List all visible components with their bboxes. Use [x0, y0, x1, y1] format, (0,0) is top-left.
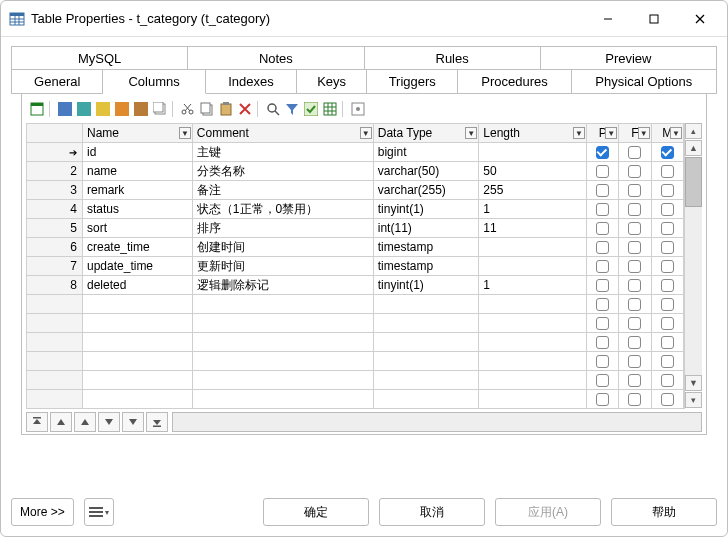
scroll-home-icon[interactable]: ▴: [685, 123, 702, 139]
checkbox[interactable]: [596, 374, 609, 387]
checkbox[interactable]: [661, 355, 674, 368]
checkbox-m[interactable]: [661, 279, 674, 292]
scroll-track[interactable]: [685, 157, 702, 375]
cell-len[interactable]: 1: [479, 276, 587, 295]
filter-icon[interactable]: [283, 100, 301, 118]
checkbox-f[interactable]: [628, 279, 641, 292]
move-up-button[interactable]: [50, 412, 72, 432]
cell-len[interactable]: [479, 257, 587, 276]
table-row[interactable]: 4status状态（1正常，0禁用）tinyint(1)1: [27, 200, 684, 219]
more-button[interactable]: More >>: [11, 498, 74, 526]
cell-dtype[interactable]: tinyint(1): [373, 276, 479, 295]
tab-indexes[interactable]: Indexes: [206, 69, 297, 94]
tab-rules[interactable]: Rules: [365, 46, 541, 70]
checkbox-f[interactable]: [628, 260, 641, 273]
move-up-alt-button[interactable]: [74, 412, 96, 432]
cell-len[interactable]: 1: [479, 200, 587, 219]
cancel-button[interactable]: 取消: [379, 498, 485, 526]
cell-name[interactable]: remark: [83, 181, 193, 200]
checkbox[interactable]: [628, 317, 641, 330]
col-header-Data Type[interactable]: Data Type▼: [373, 124, 479, 143]
cell-comment[interactable]: 更新时间: [192, 257, 373, 276]
tab-preview[interactable]: Preview: [541, 46, 717, 70]
cell-comment[interactable]: 状态（1正常，0禁用）: [192, 200, 373, 219]
checkbox[interactable]: [628, 393, 641, 406]
checkbox[interactable]: [596, 355, 609, 368]
checkbox[interactable]: [596, 317, 609, 330]
table-row[interactable]: 2name分类名称varchar(50)50: [27, 162, 684, 181]
grid-teal-icon[interactable]: [75, 100, 93, 118]
move-down-alt-button[interactable]: [122, 412, 144, 432]
cell-dtype[interactable]: varchar(255): [373, 181, 479, 200]
table-row[interactable]: 5sort排序int(11)11: [27, 219, 684, 238]
table-row-empty[interactable]: [27, 371, 684, 390]
table-row[interactable]: ➔id主键bigint: [27, 143, 684, 162]
checkbox-f[interactable]: [628, 146, 641, 159]
cell-comment[interactable]: 主键: [192, 143, 373, 162]
table-row-empty[interactable]: [27, 333, 684, 352]
cell-comment[interactable]: 分类名称: [192, 162, 373, 181]
check-green-icon[interactable]: [302, 100, 320, 118]
checkbox-p[interactable]: [596, 260, 609, 273]
col-header-P[interactable]: P▼: [587, 124, 619, 143]
close-button[interactable]: [677, 4, 723, 34]
col-header-Length[interactable]: Length▼: [479, 124, 587, 143]
grid-blue-icon[interactable]: [56, 100, 74, 118]
scroll-up-icon[interactable]: ▲: [685, 140, 702, 156]
cell-len[interactable]: 255: [479, 181, 587, 200]
col-header-M[interactable]: M▼: [651, 124, 683, 143]
cell-name[interactable]: name: [83, 162, 193, 181]
checkbox[interactable]: [628, 374, 641, 387]
help-button[interactable]: 帮助: [611, 498, 717, 526]
checkbox[interactable]: [661, 298, 674, 311]
grid-orange-icon[interactable]: [113, 100, 131, 118]
col-header-Comment[interactable]: Comment▼: [192, 124, 373, 143]
tab-mysql[interactable]: MySQL: [11, 46, 188, 70]
cell-len[interactable]: 50: [479, 162, 587, 181]
cell-name[interactable]: create_time: [83, 238, 193, 257]
cell-dtype[interactable]: timestamp: [373, 257, 479, 276]
cell-name[interactable]: deleted: [83, 276, 193, 295]
apply-button[interactable]: 应用(A): [495, 498, 601, 526]
cell-len[interactable]: [479, 143, 587, 162]
cell-name[interactable]: id: [83, 143, 193, 162]
customize-icon[interactable]: [349, 100, 367, 118]
checkbox-f[interactable]: [628, 203, 641, 216]
new-column-icon[interactable]: [28, 100, 46, 118]
checkbox[interactable]: [661, 393, 674, 406]
checkbox[interactable]: [661, 336, 674, 349]
checkbox-p[interactable]: [596, 279, 609, 292]
checkbox-p[interactable]: [596, 165, 609, 178]
maximize-button[interactable]: [631, 4, 677, 34]
table-row[interactable]: 3remark备注varchar(255)255: [27, 181, 684, 200]
table-row-empty[interactable]: [27, 295, 684, 314]
paste-icon[interactable]: [217, 100, 235, 118]
spreadsheet-icon[interactable]: [321, 100, 339, 118]
checkbox-m[interactable]: [661, 260, 674, 273]
tab-notes[interactable]: Notes: [188, 46, 364, 70]
cell-name[interactable]: update_time: [83, 257, 193, 276]
columns-grid[interactable]: Name▼Comment▼Data Type▼Length▼P▼F▼M▼➔id主…: [26, 123, 684, 409]
ok-button[interactable]: 确定: [263, 498, 369, 526]
checkbox-m[interactable]: [661, 241, 674, 254]
checkbox[interactable]: [628, 355, 641, 368]
checkbox-m[interactable]: [661, 184, 674, 197]
copy-icon[interactable]: [198, 100, 216, 118]
checkbox-m[interactable]: [661, 222, 674, 235]
cut-icon[interactable]: [179, 100, 197, 118]
checkbox[interactable]: [628, 298, 641, 311]
vertical-scrollbar[interactable]: ▴ ▲ ▼ ▾: [684, 123, 702, 409]
checkbox-p[interactable]: [596, 146, 609, 159]
cell-dtype[interactable]: tinyint(1): [373, 200, 479, 219]
col-header-Name[interactable]: Name▼: [83, 124, 193, 143]
tab-keys[interactable]: Keys: [297, 69, 367, 94]
cell-name[interactable]: status: [83, 200, 193, 219]
tab-triggers[interactable]: Triggers: [367, 69, 458, 94]
table-row-empty[interactable]: [27, 390, 684, 409]
cell-len[interactable]: 11: [479, 219, 587, 238]
move-top-button[interactable]: [26, 412, 48, 432]
checkbox-f[interactable]: [628, 222, 641, 235]
checkbox-f[interactable]: [628, 165, 641, 178]
cell-dtype[interactable]: int(11): [373, 219, 479, 238]
delete-icon[interactable]: [236, 100, 254, 118]
